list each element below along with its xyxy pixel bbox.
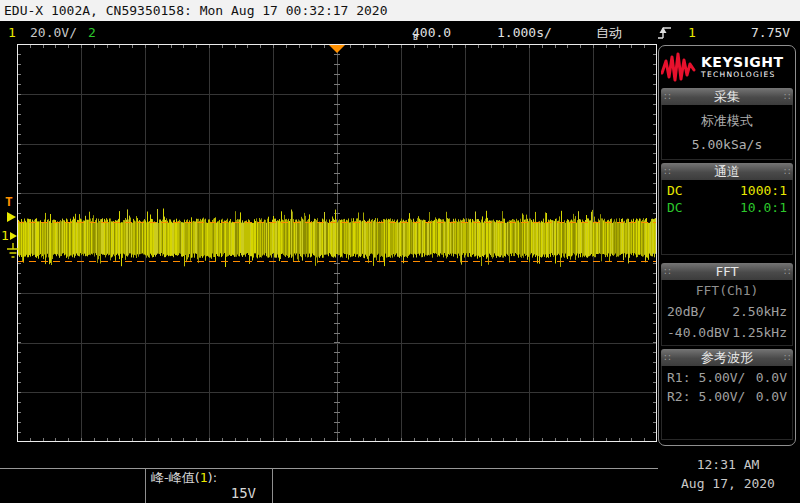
ref2-label: R2: (667, 387, 690, 406)
trigger-level-marker-label[interactable]: T (5, 196, 13, 208)
fft-span: 2.50kHz (732, 301, 787, 322)
acquisition-title: 采集 (670, 88, 783, 105)
sidebar: KEYSIGHT TECHNOLOGIES ∷ 采集 ∷ 标准模式 5.00kS… (658, 45, 796, 446)
fft-source: FFT(Ch1) (667, 281, 787, 301)
panel-channels[interactable]: DC 1000:1 DC 10.0:1 (661, 180, 793, 255)
channel1-row[interactable]: DC 1000:1 (667, 182, 787, 199)
ch2-coupling: DC (667, 199, 683, 216)
panel-refs[interactable]: R1: 5.00V/ 0.0V R2: 5.00V/ 0.0V (661, 366, 793, 440)
drag-handle-icon[interactable]: ∷ (784, 353, 790, 363)
fft-offset: -40.0dBV (667, 322, 730, 343)
clock-time: 12:31 AM (660, 455, 796, 474)
drag-handle-icon[interactable]: ∷ (784, 92, 790, 102)
ref1-row[interactable]: R1: 5.00V/ 0.0V (667, 368, 787, 387)
trigger-source[interactable]: 1 (688, 21, 696, 44)
fft-title: FFT (670, 263, 783, 280)
refs-title: 参考波形 (670, 349, 783, 366)
fft-center: 1.25kHz (732, 322, 787, 343)
channel1-marker-arrow-icon (10, 232, 17, 240)
channel2-row[interactable]: DC 10.0:1 (667, 199, 787, 216)
clock-date: Aug 17, 2020 (660, 474, 796, 493)
ref2-offset: 0.0V (756, 387, 787, 406)
panel-header-refs[interactable]: ∷ 参考波形 ∷ (661, 349, 793, 366)
instrument-title: EDU-X 1002A, CN59350158: Mon Aug 17 00:3… (4, 3, 388, 18)
ref2-row[interactable]: R2: 5.00V/ 0.0V (667, 387, 787, 406)
ref1-offset: 0.0V (756, 368, 787, 387)
ch1-coupling: DC (667, 182, 683, 199)
ground-icon (6, 243, 20, 262)
sample-rate: 5.00kSa/s (662, 133, 792, 157)
channel1-position-marker[interactable]: 1 (1, 230, 17, 242)
keysight-logo: KEYSIGHT TECHNOLOGIES (661, 48, 793, 86)
clock: 12:31 AM Aug 17, 2020 (660, 455, 796, 493)
ref1-scale: 5.00V/ (698, 368, 745, 387)
ch1-badge[interactable]: 1 (8, 21, 16, 44)
panel-header-acquisition[interactable]: ∷ 采集 ∷ (661, 88, 793, 105)
measurement-channel: 1 (200, 470, 208, 485)
status-row: 1 20.0V/ 2 400.0 n s 1.000s/ 自动 1 7.75V (0, 21, 800, 44)
scope-display[interactable] (17, 44, 657, 442)
drag-handle-icon[interactable]: ∷ (784, 167, 790, 177)
keysight-spark-icon (661, 51, 697, 83)
panel-acquisition[interactable]: 标准模式 5.00kSa/s (661, 105, 793, 160)
oscilloscope-screen: EDU-X 1002A, CN59350158: Mon Aug 17 00:3… (0, 0, 800, 503)
panel-header-fft[interactable]: ∷ FFT ∷ (661, 263, 793, 280)
brand-sub: TECHNOLOGIES (701, 70, 784, 79)
ch1-probe: 1000:1 (740, 182, 787, 199)
fft-scale: 20dB/ (667, 301, 706, 322)
ch2-badge[interactable]: 2 (88, 21, 96, 44)
timebase-readout[interactable]: 1.000s/ (497, 21, 552, 44)
ref1-label: R1: (667, 368, 690, 387)
trigger-level-arrow-icon[interactable] (7, 212, 16, 222)
measurement-value: 15V (146, 485, 272, 502)
channel1-marker-label: 1 (1, 230, 9, 242)
trigger-level-readout[interactable]: 7.75V (751, 21, 790, 44)
drag-handle-icon[interactable]: ∷ (784, 267, 790, 277)
brand-name: KEYSIGHT (701, 55, 784, 70)
measurement-label: 峰-峰值(1): (146, 468, 272, 485)
ref2-scale: 5.00V/ (698, 387, 745, 406)
acquisition-mode: 标准模式 (662, 109, 792, 133)
panel-header-channels[interactable]: ∷ 通道 ∷ (661, 163, 793, 180)
ch2-probe: 10.0:1 (740, 199, 787, 216)
panel-fft[interactable]: FFT(Ch1) 20dB/ 2.50kHz -40.0dBV 1.25kHz (661, 280, 793, 346)
fft-offset-row: -40.0dBV 1.25kHz (667, 322, 787, 343)
title-bar: EDU-X 1002A, CN59350158: Mon Aug 17 00:3… (0, 0, 800, 21)
ch1-scale-readout[interactable]: 20.0V/ (30, 21, 77, 44)
measurement-cell[interactable]: 峰-峰值(1): 15V (145, 468, 273, 503)
channels-title: 通道 (670, 163, 783, 180)
bottom-divider (0, 468, 658, 469)
trigger-mode[interactable]: 自动 (596, 21, 622, 44)
fft-scale-row: 20dB/ 2.50kHz (667, 301, 787, 322)
